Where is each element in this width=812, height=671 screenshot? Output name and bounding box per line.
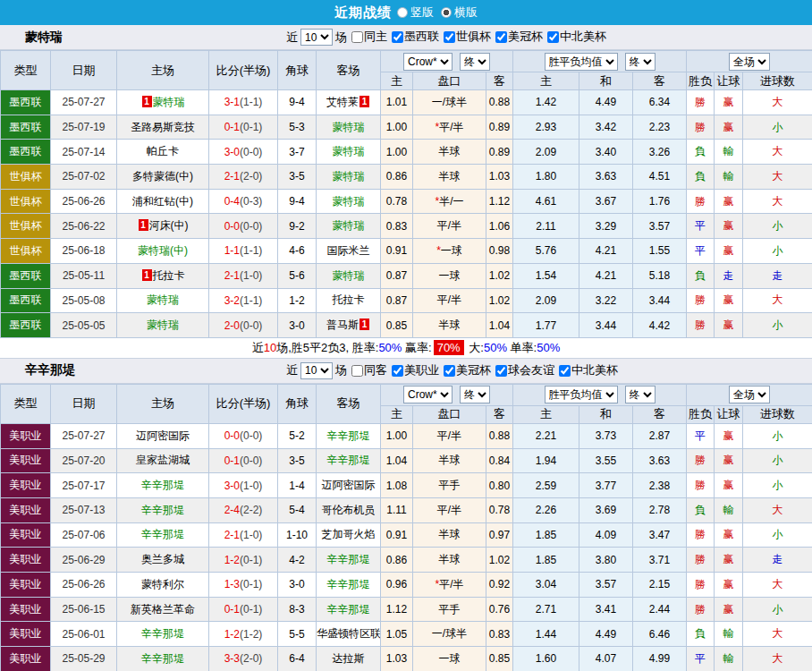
avg-draw-cell: 4.49 bbox=[579, 90, 633, 115]
same-venue-filter-checkbox[interactable] bbox=[351, 31, 363, 43]
winloss-result-cell: 平 bbox=[687, 239, 715, 264]
league-filter-checkbox[interactable] bbox=[495, 31, 507, 43]
layout-radio-input[interactable] bbox=[397, 7, 408, 18]
handicap-result-cell: 赢 bbox=[715, 423, 743, 448]
avg-draw-cell: 3.69 bbox=[579, 497, 633, 522]
league-filter[interactable]: 中北美杯 bbox=[547, 29, 606, 45]
avg-away-cell: 4.51 bbox=[633, 165, 687, 190]
same-venue-filter-checkbox[interactable] bbox=[351, 365, 363, 377]
odds-away-cell: 0.80 bbox=[486, 473, 513, 498]
avg-draw-cell: 3.40 bbox=[579, 140, 633, 165]
handicap-result-cell: 赢 bbox=[715, 288, 743, 313]
fulltime-score: 2-1 bbox=[224, 529, 240, 541]
summary-segment: 大: bbox=[466, 341, 484, 354]
bookmaker-select[interactable]: Crow* bbox=[403, 53, 453, 71]
avg-home-cell: 1.42 bbox=[513, 90, 579, 115]
col-header-away: 客场 bbox=[317, 51, 381, 90]
fulltime-score: 2-1 bbox=[224, 269, 240, 282]
final-avg-select[interactable]: 终 bbox=[625, 53, 656, 71]
goals-result-cell: 走 bbox=[743, 263, 812, 288]
league-filter[interactable]: 墨西联 bbox=[392, 29, 439, 45]
league-filter-checkbox[interactable] bbox=[559, 365, 571, 377]
avg-home-cell: 5.76 bbox=[513, 239, 579, 264]
league-filter[interactable]: 球会友谊 bbox=[495, 362, 554, 378]
sub-header-handicap-result: 让球 bbox=[715, 405, 743, 423]
sub-header-away-odds: 客 bbox=[486, 72, 513, 90]
halftime-score: (0-1) bbox=[240, 603, 262, 616]
home-team-name: 蒙特瑞 bbox=[153, 96, 185, 108]
away-team-name: 辛辛那堤 bbox=[327, 429, 370, 442]
layout-radio-竖版[interactable]: 竖版 bbox=[397, 4, 434, 21]
match-row: 墨西联25-07-14帕丘卡3-0(0-0)3-7蒙特瑞1.00半球0.892.… bbox=[1, 140, 812, 165]
avg-away-cell: 6.46 bbox=[633, 622, 687, 647]
league-filter[interactable]: 美冠杯 bbox=[444, 362, 491, 378]
corner-cell: 5-3 bbox=[278, 115, 317, 140]
away-team-name: 蒙特瑞 bbox=[333, 170, 365, 183]
avg-home-cell: 1.54 bbox=[513, 263, 579, 288]
league-filter-checkbox[interactable] bbox=[444, 365, 455, 377]
fulltime-select[interactable]: 全场 bbox=[729, 53, 770, 71]
league-filter-checkbox[interactable] bbox=[547, 31, 559, 43]
odds-home-cell: 1.05 bbox=[381, 622, 413, 647]
winloss-result-cell: 勝 bbox=[687, 597, 715, 622]
away-team-cell: 芝加哥火焰 bbox=[317, 522, 381, 548]
layout-radio-input[interactable] bbox=[441, 7, 452, 18]
league-filter-checkbox[interactable] bbox=[392, 365, 403, 377]
league-filter-checkbox[interactable] bbox=[495, 365, 507, 377]
same-venue-filter[interactable]: 同主 bbox=[351, 29, 387, 45]
fulltime-select[interactable]: 全场 bbox=[729, 386, 770, 403]
goals-result-cell: 小 bbox=[743, 313, 812, 338]
corner-cell: 5-5 bbox=[278, 622, 317, 647]
bookmaker-select[interactable]: Crow* bbox=[403, 386, 453, 403]
score-cell: 3-3(2-0) bbox=[209, 647, 278, 671]
odds-home-cell: 1.00 bbox=[381, 140, 413, 165]
halftime-score: (0-1) bbox=[240, 578, 262, 590]
home-team-name: 辛辛那堤 bbox=[141, 479, 184, 491]
home-team-name: 圣路易斯竞技 bbox=[131, 121, 195, 133]
layout-radio-label: 竖版 bbox=[410, 4, 434, 21]
date-cell: 25-05-29 bbox=[51, 647, 117, 671]
avg-away-cell: 4.99 bbox=[633, 647, 687, 671]
final-avg-select[interactable]: 终 bbox=[625, 386, 656, 403]
avg-select[interactable]: 胜平负均值 bbox=[545, 386, 618, 403]
avg-away-cell: 3.57 bbox=[633, 214, 687, 239]
avg-away-cell: 2.23 bbox=[633, 115, 687, 140]
layout-radio-横版[interactable]: 横版 bbox=[441, 4, 478, 21]
odds-home-cell: 0.87 bbox=[381, 288, 413, 313]
final-odds-select[interactable]: 终 bbox=[460, 386, 490, 403]
away-team-cell: 蒙特瑞 bbox=[317, 214, 381, 239]
sub-header-home-odds: 主 bbox=[381, 72, 413, 90]
league-filter-checkbox[interactable] bbox=[392, 31, 403, 43]
halftime-score: (0-0) bbox=[240, 454, 262, 467]
league-filter-checkbox[interactable] bbox=[444, 31, 455, 43]
league-filter[interactable]: 美冠杯 bbox=[495, 29, 543, 45]
avg-away-cell: 3.63 bbox=[633, 448, 687, 473]
sub-header-home-odds: 主 bbox=[381, 405, 413, 423]
date-cell: 25-05-08 bbox=[51, 288, 117, 313]
winloss-result-cell: 勝 bbox=[687, 448, 715, 473]
handicap-result-cell: 赢 bbox=[715, 90, 743, 115]
league-filter-label: 美冠杯 bbox=[508, 29, 543, 45]
handicap-cell: 一/球半 bbox=[413, 622, 486, 647]
match-count-select[interactable]: 10 bbox=[300, 29, 333, 46]
halftime-score: (1-0) bbox=[240, 269, 262, 282]
league-filter[interactable]: 美职业 bbox=[392, 362, 439, 378]
match-count-select[interactable]: 10 bbox=[300, 362, 333, 379]
fulltime-score: 0-0 bbox=[224, 220, 240, 233]
league-filters: 同主墨西联世俱杯美冠杯中北美杯 bbox=[347, 29, 606, 46]
winloss-result-cell: 勝 bbox=[687, 313, 715, 338]
sub-header-handicap-result: 让球 bbox=[715, 72, 743, 90]
avg-select[interactable]: 胜平负均值 bbox=[545, 53, 618, 71]
league-filter[interactable]: 世俱杯 bbox=[444, 29, 491, 45]
summary-segment: 70% bbox=[434, 340, 464, 355]
score-cell: 3-1(1-1) bbox=[209, 90, 278, 115]
league-filter-label: 中北美杯 bbox=[560, 29, 606, 45]
avg-away-cell: 2.44 bbox=[633, 597, 687, 622]
away-team-cell: 辛辛那堤 bbox=[317, 448, 381, 473]
handicap-result-cell: 赢 bbox=[715, 573, 743, 598]
avg-home-cell: 2.26 bbox=[513, 497, 579, 522]
same-venue-filter[interactable]: 同客 bbox=[351, 362, 387, 378]
final-odds-select[interactable]: 终 bbox=[460, 53, 490, 71]
league-filter[interactable]: 中北美杯 bbox=[559, 362, 618, 378]
home-team-name: 蒙特瑞 bbox=[147, 293, 179, 306]
